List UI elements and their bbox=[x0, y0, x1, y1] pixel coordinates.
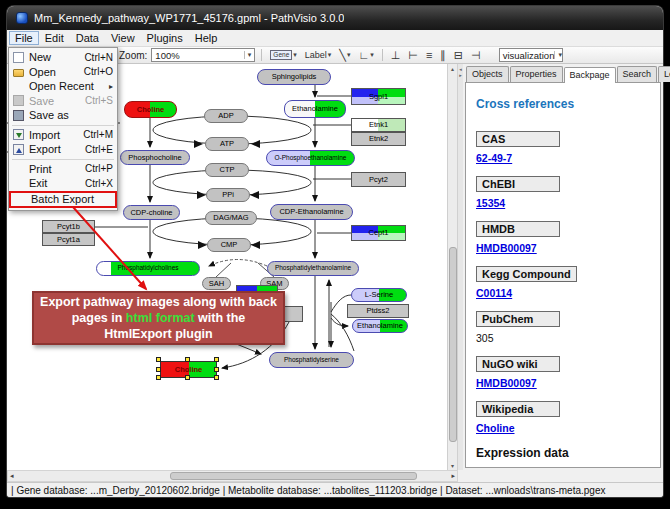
pathway-node-dag-mag[interactable]: DAG/MAG bbox=[205, 211, 257, 225]
pathway-node-ptdss2[interactable]: Ptdss2 bbox=[347, 304, 409, 318]
pathway-node-pcyt2[interactable]: Pcyt2 bbox=[351, 172, 406, 187]
menu-item-open-recent[interactable]: Open Recent ▸ bbox=[9, 79, 117, 94]
tab-backpage[interactable]: Backpage bbox=[564, 67, 616, 83]
vertical-scrollbar[interactable]: ▴ ▾ bbox=[447, 64, 457, 470]
menu-item-batch-export[interactable]: Batch Export bbox=[9, 191, 117, 208]
scroll-right-icon[interactable]: ▸ bbox=[451, 472, 455, 480]
menu-item-label: Open Recent bbox=[29, 80, 109, 92]
stack-horizontal-button[interactable]: ∥ bbox=[438, 48, 448, 63]
selection-handle[interactable] bbox=[214, 357, 219, 362]
menu-file[interactable]: File bbox=[9, 31, 39, 45]
line-tool-icon: ╲ bbox=[339, 50, 346, 61]
scroll-left-icon[interactable]: ◂ bbox=[10, 472, 14, 480]
align-bottom-icon: ⊟ bbox=[454, 50, 463, 61]
pathway-node-adp[interactable]: ADP bbox=[204, 109, 248, 123]
selection-handle[interactable] bbox=[214, 367, 219, 372]
annotation-callout: Export pathway images along with back pa… bbox=[32, 291, 285, 345]
datanode-tool-button[interactable]: Gene ▾ bbox=[268, 48, 298, 63]
pathway-node-l-serine[interactable]: L-Serine bbox=[351, 288, 407, 302]
xref-link[interactable]: 15354 bbox=[476, 197, 650, 209]
align-center-vertical-button[interactable]: ⊥ bbox=[389, 48, 403, 63]
xref-link[interactable]: Choline bbox=[476, 422, 650, 434]
menu-item-save[interactable]: Save Ctrl+S bbox=[9, 94, 117, 109]
splitter-expand-icon[interactable]: ▸ bbox=[459, 72, 462, 78]
pathway-node-choline[interactable]: Choline bbox=[124, 101, 177, 118]
stack-horizontal-icon: ∥ bbox=[440, 50, 446, 61]
pathway-node-cdp-ethanolamine[interactable]: CDP-Ethanolamine bbox=[270, 204, 353, 220]
xref-link[interactable]: HMDB00097 bbox=[476, 242, 650, 254]
pathway-node-sah[interactable]: SAH bbox=[202, 277, 231, 290]
pathway-node-ctp[interactable]: CTP bbox=[205, 163, 249, 177]
align-center-horizontal-button[interactable]: ⊢ bbox=[406, 48, 420, 63]
menu-item-exit[interactable]: Exit Ctrl+X bbox=[9, 176, 117, 191]
label-tool-button[interactable]: Label ▾ bbox=[303, 48, 334, 63]
pathway-node-etnk2[interactable]: Etnk2 bbox=[351, 132, 406, 146]
pathway-node-o-phosphoethanolamine[interactable]: O-Phosphoethanolamine bbox=[266, 150, 355, 166]
pathway-node-sgpl1[interactable]: Sgpl1 bbox=[351, 88, 406, 105]
selection-handle[interactable] bbox=[185, 357, 190, 362]
scroll-up-icon[interactable]: ▴ bbox=[451, 65, 454, 72]
title-bar[interactable]: Mm_Kennedy_pathway_WP1771_45176.gpml - P… bbox=[7, 6, 663, 30]
stack-vertical-button[interactable]: ≡ bbox=[424, 48, 434, 63]
vertical-scroll-thumb[interactable] bbox=[449, 247, 457, 442]
menu-item-label: New bbox=[29, 51, 80, 63]
pathway-node-etnk1[interactable]: Etnk1 bbox=[351, 118, 406, 132]
horizontal-scroll-row: ◂ ▸ bbox=[7, 470, 663, 482]
pathway-node-ethanolamine[interactable]: Ethanolamine bbox=[284, 100, 346, 118]
pathway-node-phosphocholine[interactable]: Phosphocholine bbox=[120, 150, 190, 165]
pathway-node-cdp-choline[interactable]: CDP-choline bbox=[123, 205, 180, 220]
selection-handle[interactable] bbox=[156, 367, 161, 372]
selection-handle[interactable] bbox=[156, 357, 161, 362]
pathway-node-atp[interactable]: ATP bbox=[205, 137, 249, 151]
zoom-combobox[interactable]: 100% ▾ bbox=[151, 48, 255, 62]
menu-item-print[interactable]: Print Ctrl+P bbox=[9, 162, 117, 177]
pathway-node-phosphatidylethanolamine[interactable]: Phosphatidylethanolamine bbox=[267, 261, 359, 276]
menu-view[interactable]: View bbox=[105, 31, 141, 45]
menu-help[interactable]: Help bbox=[189, 31, 224, 45]
xref-link[interactable]: HMDB00097 bbox=[476, 377, 650, 389]
chevron-down-icon[interactable]: ▾ bbox=[347, 51, 351, 59]
pathway-node-phosphatidylserine[interactable]: Phosphatidylserine bbox=[269, 352, 354, 368]
xref-section-kegg: Kegg Compound C00114 bbox=[476, 266, 650, 299]
tab-properties[interactable]: Properties bbox=[510, 66, 563, 82]
selection-handle[interactable] bbox=[185, 375, 190, 380]
tab-search[interactable]: Search bbox=[617, 66, 658, 82]
menu-item-open[interactable]: Open Ctrl+O bbox=[9, 65, 117, 80]
pathway-node-pcyt1a[interactable]: Pcyt1a bbox=[42, 233, 95, 246]
menu-plugins[interactable]: Plugins bbox=[141, 31, 189, 45]
tab-legend[interactable]: Legend bbox=[658, 66, 670, 82]
pathway-node-ethanolamine-2[interactable]: Ethanolamine bbox=[352, 319, 408, 333]
pathway-node-ppi[interactable]: PPi bbox=[206, 188, 250, 202]
menu-item-new[interactable]: New Ctrl+N bbox=[9, 50, 117, 65]
visualization-combobox[interactable]: visualization ▾ bbox=[499, 48, 563, 62]
align-bottom-button[interactable]: ⊟ bbox=[452, 48, 465, 63]
menu-item-export[interactable]: Export Ctrl+E bbox=[9, 142, 117, 157]
chevron-down-icon[interactable]: ▾ bbox=[370, 51, 374, 59]
xref-link[interactable]: 62-49-7 bbox=[476, 152, 650, 164]
pathway-node-phosphatidylcholines[interactable]: Phosphatidylcholines bbox=[96, 261, 200, 276]
chevron-down-icon[interactable]: ▾ bbox=[293, 51, 297, 59]
line-tool-button[interactable]: ╲ ▾ bbox=[337, 48, 352, 63]
pathway-node-sphingolipids[interactable]: Sphingolipids bbox=[257, 69, 331, 85]
horizontal-scroll-thumb[interactable] bbox=[170, 472, 417, 480]
align-left-button[interactable]: ⊣ bbox=[469, 48, 483, 63]
scroll-down-icon[interactable]: ▾ bbox=[451, 462, 454, 469]
menu-item-save-as[interactable]: Save as bbox=[9, 108, 117, 123]
menu-edit[interactable]: Edit bbox=[39, 31, 70, 45]
xref-link[interactable]: C00114 bbox=[476, 287, 650, 299]
chevron-down-icon[interactable]: ▾ bbox=[244, 51, 252, 59]
horizontal-scrollbar[interactable]: ◂ ▸ bbox=[7, 470, 458, 482]
selection-handle[interactable] bbox=[156, 375, 161, 380]
connector-tool-button[interactable]: ∟ ▾ bbox=[356, 48, 375, 63]
chevron-down-icon[interactable]: ▾ bbox=[554, 51, 562, 59]
pathway-node-cmp[interactable]: CMP bbox=[207, 238, 251, 252]
menu-item-import[interactable]: Import Ctrl+M bbox=[9, 128, 117, 143]
pathway-node-cept1[interactable]: Cept1 bbox=[351, 225, 406, 241]
chevron-down-icon[interactable]: ▾ bbox=[328, 51, 332, 59]
sidebar: Objects Properties Backpage Search Legen… bbox=[463, 64, 663, 470]
selection-handle[interactable] bbox=[214, 375, 219, 380]
menu-item-shortcut: Ctrl+O bbox=[84, 66, 113, 77]
menu-data[interactable]: Data bbox=[70, 31, 105, 45]
pathway-node-pcyt1b[interactable]: Pcyt1b bbox=[42, 220, 95, 233]
tab-objects[interactable]: Objects bbox=[466, 66, 509, 82]
